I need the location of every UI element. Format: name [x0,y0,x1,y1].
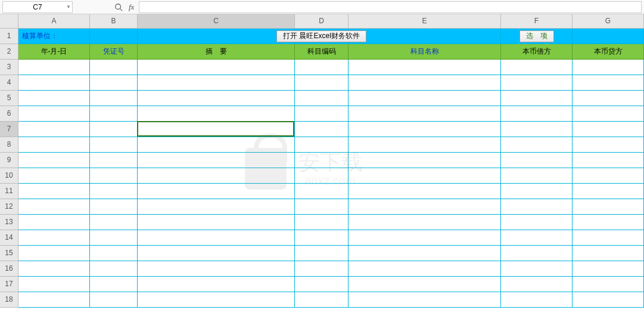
cell-F6[interactable] [501,106,573,122]
cell-D7[interactable] [295,122,349,137]
cell-C14[interactable] [138,230,295,246]
cell-C1[interactable] [138,29,295,44]
cell-F5[interactable] [501,91,573,106]
cell-G3[interactable] [573,60,644,75]
cell-B14[interactable] [90,230,138,246]
cell-E16[interactable] [349,261,501,277]
row-header-10[interactable]: 10 [0,168,18,184]
cell-D4[interactable] [295,75,349,91]
cell-A6[interactable] [18,106,90,122]
cell-D5[interactable] [295,91,349,106]
cell-B12[interactable] [90,199,138,215]
cell-F7[interactable] [501,122,573,137]
row-header-13[interactable]: 13 [0,215,18,230]
cell-D11[interactable] [295,184,349,199]
header-cell-E[interactable]: 科目名称 [349,44,501,60]
cell-E18[interactable] [349,292,501,308]
cell-E10[interactable] [349,168,501,184]
cell-C4[interactable] [138,75,295,91]
cell-F17[interactable] [501,277,573,292]
cell-D6[interactable] [295,106,349,122]
cell-F14[interactable] [501,230,573,246]
row-header-1[interactable]: 1 [0,29,18,44]
cell-F4[interactable] [501,75,573,91]
row-header-7[interactable]: 7 [0,122,18,137]
cell-G17[interactable] [573,277,644,292]
cell-C16[interactable] [138,261,295,277]
cell-D1[interactable]: 打开 晨旺Excel财务软件 [295,29,349,44]
cell-D9[interactable] [295,153,349,168]
cell-C17[interactable] [138,277,295,292]
cell-D16[interactable] [295,261,349,277]
cell-C9[interactable] [138,153,295,168]
cell-G12[interactable] [573,199,644,215]
cell-B17[interactable] [90,277,138,292]
cell-C18[interactable] [138,292,295,308]
cell-B1[interactable] [90,29,138,44]
cell-F16[interactable] [501,261,573,277]
cell-D17[interactable] [295,277,349,292]
cell-F11[interactable] [501,184,573,199]
cell-E14[interactable] [349,230,501,246]
cell-A12[interactable] [18,199,90,215]
row-header-8[interactable]: 8 [0,137,18,153]
cell-B9[interactable] [90,153,138,168]
cell-D8[interactable] [295,137,349,153]
cell-D3[interactable] [295,60,349,75]
column-header-F[interactable]: F [501,14,573,29]
cell-C7[interactable] [138,122,295,137]
cell-A3[interactable] [18,60,90,75]
cell-E12[interactable] [349,199,501,215]
header-cell-G[interactable]: 本币贷方 [573,44,644,60]
header-cell-D[interactable]: 科目编码 [295,44,349,60]
cell-D15[interactable] [295,246,349,261]
cell-F10[interactable] [501,168,573,184]
cell-D10[interactable] [295,168,349,184]
cell-E1[interactable] [349,29,501,44]
row-header-5[interactable]: 5 [0,91,18,106]
cell-G10[interactable] [573,168,644,184]
cell-E9[interactable] [349,153,501,168]
column-header-A[interactable]: A [18,14,90,29]
cell-E5[interactable] [349,91,501,106]
cell-F15[interactable] [501,246,573,261]
options-button[interactable]: 选 项 [519,30,554,42]
select-all-corner[interactable] [0,14,18,29]
fx-icon[interactable]: fx [126,2,136,12]
header-cell-F[interactable]: 本币借方 [501,44,573,60]
row-header-9[interactable]: 9 [0,153,18,168]
cell-B5[interactable] [90,91,138,106]
cell-F9[interactable] [501,153,573,168]
cell-C6[interactable] [138,106,295,122]
cell-B16[interactable] [90,261,138,277]
cell-C5[interactable] [138,91,295,106]
cell-B13[interactable] [90,215,138,230]
cell-E4[interactable] [349,75,501,91]
cell-G8[interactable] [573,137,644,153]
cell-A5[interactable] [18,91,90,106]
cell-C10[interactable] [138,168,295,184]
cell-E13[interactable] [349,215,501,230]
cell-B15[interactable] [90,246,138,261]
row-header-11[interactable]: 11 [0,184,18,199]
cell-A15[interactable] [18,246,90,261]
open-software-button[interactable]: 打开 晨旺Excel财务软件 [276,30,366,42]
cell-F3[interactable] [501,60,573,75]
cell-E15[interactable] [349,246,501,261]
cell-G5[interactable] [573,91,644,106]
cell-C11[interactable] [138,184,295,199]
cell-D14[interactable] [295,230,349,246]
cell-B18[interactable] [90,292,138,308]
cell-D12[interactable] [295,199,349,215]
cell-G15[interactable] [573,246,644,261]
cell-A14[interactable] [18,230,90,246]
cell-G18[interactable] [573,292,644,308]
cell-E7[interactable] [349,122,501,137]
cell-A9[interactable] [18,153,90,168]
cell-C12[interactable] [138,199,295,215]
row-header-18[interactable]: 18 [0,292,18,308]
row-header-3[interactable]: 3 [0,60,18,75]
cell-C13[interactable] [138,215,295,230]
cell-D18[interactable] [295,292,349,308]
cell-A7[interactable] [18,122,90,137]
